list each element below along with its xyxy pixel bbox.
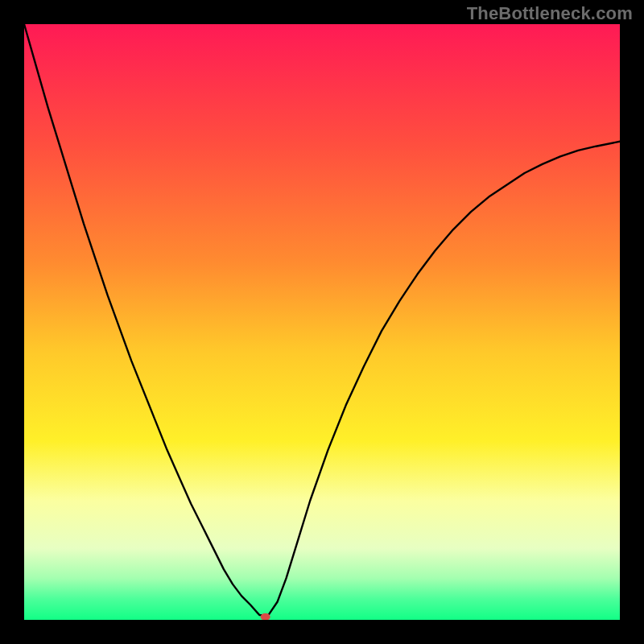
- bottleneck-chart: [24, 24, 620, 620]
- chart-background: [24, 24, 620, 620]
- chart-frame: TheBottleneck.com: [0, 0, 644, 644]
- watermark-text: TheBottleneck.com: [467, 3, 633, 24]
